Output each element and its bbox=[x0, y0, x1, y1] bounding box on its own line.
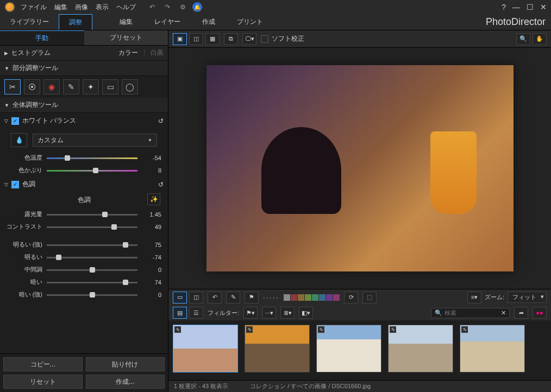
redeye-tool-icon[interactable]: ⦿ bbox=[24, 79, 40, 94]
mode-print[interactable]: プリント bbox=[237, 17, 263, 27]
color-swatch[interactable] bbox=[284, 294, 290, 301]
histogram-bw[interactable]: 白黒 bbox=[151, 48, 164, 58]
color-swatch[interactable] bbox=[298, 294, 304, 301]
reset-button[interactable]: リセット bbox=[3, 375, 83, 389]
monitor-icon[interactable]: 🖵▾ bbox=[242, 33, 256, 45]
auto-tone-icon[interactable]: ✨ bbox=[147, 193, 160, 205]
exposure-slider[interactable] bbox=[47, 211, 137, 218]
refresh-icon[interactable]: ⟳ bbox=[344, 292, 358, 304]
thumbnail[interactable]: ✎ bbox=[173, 325, 238, 372]
tone-reset-icon[interactable]: ↺ bbox=[158, 181, 164, 188]
wb-preset-select[interactable]: カスタム bbox=[33, 134, 157, 147]
view-compare-icon[interactable]: ◫ bbox=[189, 33, 203, 45]
crop-icon[interactable]: ⬚ bbox=[362, 292, 377, 304]
mask-rect-icon[interactable]: ▭ bbox=[102, 79, 118, 94]
create-button[interactable]: 作成... bbox=[86, 375, 165, 389]
mode-create[interactable]: 作成 bbox=[202, 17, 215, 27]
filter-rating-icon[interactable]: ···▾ bbox=[262, 307, 276, 319]
filter-color-icon[interactable]: ◧▾ bbox=[299, 307, 313, 319]
color-swatch[interactable] bbox=[333, 294, 340, 301]
tint-slider[interactable] bbox=[47, 167, 137, 174]
menu-file[interactable]: ファイル bbox=[21, 3, 47, 12]
color-swatch[interactable] bbox=[305, 294, 311, 301]
thumbnail[interactable]: ✎ bbox=[460, 325, 525, 372]
filter-stack-icon[interactable]: ≣▾ bbox=[280, 307, 295, 319]
help-button[interactable]: ? bbox=[502, 3, 506, 11]
secondary-display-icon[interactable]: ⧉ bbox=[224, 33, 238, 45]
color-swatch[interactable] bbox=[319, 294, 325, 301]
strip-split-icon[interactable]: ◫ bbox=[189, 292, 203, 304]
tab-preset[interactable]: プリセット bbox=[84, 30, 168, 45]
tone-checkbox[interactable]: ✓ bbox=[11, 181, 19, 188]
notification-icon[interactable]: 🔔 bbox=[192, 2, 202, 12]
share-flickr-icon[interactable]: ●● bbox=[533, 307, 547, 319]
contrast-slider[interactable] bbox=[47, 223, 137, 231]
filter-flag-icon[interactable]: ⚑▾ bbox=[243, 307, 258, 319]
maximize-button[interactable]: ☐ bbox=[527, 3, 534, 11]
midtones-slider[interactable] bbox=[47, 266, 137, 274]
tone-header[interactable]: ▽ ✓ 色調 ↺ bbox=[0, 176, 168, 192]
flag-icon[interactable]: ⚑ bbox=[245, 292, 259, 304]
settings-icon[interactable]: ⚙ bbox=[177, 2, 188, 12]
color-swatch[interactable] bbox=[291, 294, 297, 301]
wb-checkbox[interactable]: ✓ bbox=[11, 117, 19, 125]
color-labels[interactable] bbox=[284, 294, 340, 301]
close-button[interactable]: ✕ bbox=[540, 3, 547, 11]
wb-label: ホワイト バランス bbox=[22, 116, 76, 125]
zoom-select[interactable]: フィット bbox=[508, 292, 547, 303]
thumbnail[interactable]: ✎ bbox=[316, 325, 381, 372]
thumbview-small-icon[interactable]: ▤ bbox=[173, 307, 187, 319]
histogram-header[interactable]: ▶ ヒストグラム カラー | 白黒 bbox=[0, 46, 168, 61]
mask-radial-icon[interactable]: ◯ bbox=[122, 79, 138, 94]
mode-layer[interactable]: レイヤー bbox=[154, 17, 180, 27]
shadows-slider[interactable] bbox=[47, 279, 137, 286]
view-single-icon[interactable]: ▣ bbox=[173, 33, 187, 45]
menu-image[interactable]: 画像 bbox=[75, 3, 88, 12]
export-icon[interactable]: ➦ bbox=[514, 307, 528, 319]
crop-tool-icon[interactable]: ✂ bbox=[4, 79, 21, 94]
rotate-left-icon[interactable]: ↶ bbox=[208, 292, 222, 304]
thumbnail[interactable]: ✎ bbox=[245, 325, 310, 372]
color-swatch[interactable] bbox=[326, 294, 333, 301]
eyedropper-icon[interactable]: 💧 bbox=[11, 133, 27, 147]
mode-library[interactable]: ライブラリー bbox=[0, 14, 59, 30]
mode-edit[interactable]: 編集 bbox=[120, 17, 133, 27]
brush-tool-icon[interactable]: ✎ bbox=[63, 79, 79, 94]
pan-tool-icon[interactable]: ✋ bbox=[533, 33, 547, 45]
search-box[interactable]: 🔍 ✕ bbox=[431, 308, 510, 318]
menu-view[interactable]: 表示 bbox=[96, 3, 109, 12]
menu-edit[interactable]: 編集 bbox=[54, 3, 67, 12]
sort-icon[interactable]: ≡▾ bbox=[467, 292, 481, 304]
thumbnail[interactable]: ✎ bbox=[388, 325, 453, 372]
search-input[interactable] bbox=[444, 309, 499, 316]
zoom-tool-icon[interactable]: 🔍 bbox=[516, 33, 530, 45]
highlights-slider[interactable] bbox=[47, 254, 137, 261]
rating-dots[interactable]: ····· bbox=[263, 294, 279, 301]
clone-tool-icon[interactable]: ✦ bbox=[83, 79, 99, 94]
histogram-color[interactable]: カラー bbox=[118, 48, 138, 58]
global-header[interactable]: ▼ 全体調整ツール bbox=[0, 98, 168, 113]
clear-search-icon[interactable]: ✕ bbox=[501, 309, 506, 317]
minimize-button[interactable]: — bbox=[512, 3, 520, 11]
view-grid-icon[interactable]: ▦ bbox=[205, 33, 220, 45]
menu-help[interactable]: ヘルプ bbox=[116, 3, 136, 12]
regional-header[interactable]: ▼ 部分調整ツール bbox=[0, 61, 168, 76]
paste-button[interactable]: 貼り付け bbox=[86, 357, 165, 371]
shadows-strong-slider[interactable] bbox=[47, 291, 137, 299]
wb-reset-icon[interactable]: ↺ bbox=[158, 117, 164, 125]
wb-header[interactable]: ▽ ✓ ホワイト バランス ↺ bbox=[0, 113, 168, 129]
spot-tool-icon[interactable]: ◉ bbox=[43, 79, 60, 94]
thumbview-list-icon[interactable]: ☰ bbox=[189, 307, 203, 319]
undo-icon[interactable]: ↶ bbox=[147, 2, 158, 12]
temp-slider[interactable] bbox=[47, 154, 137, 162]
highlights-strong-slider[interactable] bbox=[47, 241, 137, 249]
mode-adjustment[interactable]: 調整 bbox=[59, 14, 92, 30]
tab-manual[interactable]: 手動 bbox=[0, 30, 84, 45]
softproof-checkbox[interactable] bbox=[261, 35, 268, 43]
copy-button[interactable]: コピー... bbox=[3, 357, 83, 371]
edit-pencil-icon[interactable]: ✎ bbox=[226, 292, 240, 304]
viewport[interactable] bbox=[168, 48, 551, 289]
color-swatch[interactable] bbox=[312, 294, 318, 301]
redo-icon[interactable]: ↷ bbox=[162, 2, 173, 12]
strip-single-icon[interactable]: ▭ bbox=[173, 292, 187, 304]
